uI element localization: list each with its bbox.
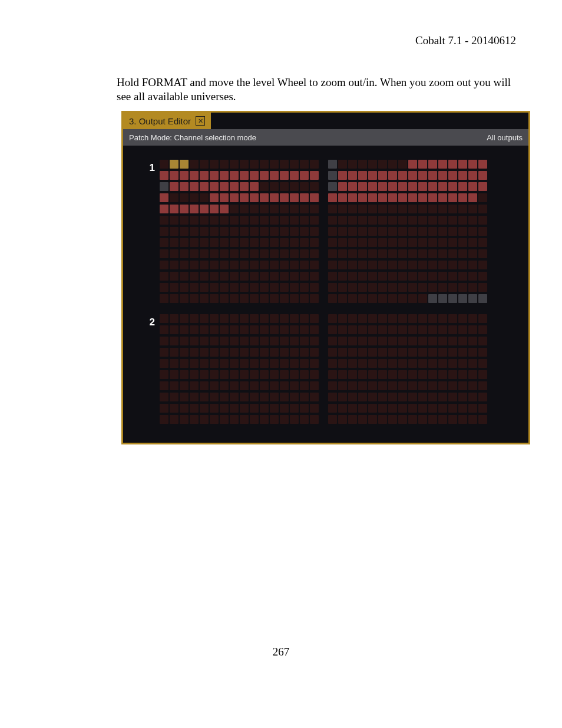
output-cell[interactable] [348,359,357,368]
output-cell[interactable] [240,238,249,247]
output-cell[interactable] [180,348,189,357]
output-cell[interactable] [170,216,178,225]
output-cell[interactable] [338,314,347,323]
output-cell[interactable] [378,171,387,180]
output-cell[interactable] [310,160,319,169]
output-cell[interactable] [260,160,269,169]
output-cell[interactable] [200,261,209,269]
output-cell[interactable] [200,393,209,401]
output-cell[interactable] [388,283,397,292]
output-cell[interactable] [230,238,239,247]
output-cell[interactable] [408,294,417,303]
output-cell[interactable] [280,227,289,236]
output-cell[interactable] [280,261,289,269]
output-cell[interactable] [170,314,178,323]
output-cell[interactable] [328,393,337,401]
output-cell[interactable] [438,182,447,191]
output-cell[interactable] [358,404,367,413]
output-cell[interactable] [408,370,417,379]
output-cell[interactable] [428,272,437,281]
output-cell[interactable] [300,393,309,401]
output-cell[interactable] [438,348,447,357]
output-cell[interactable] [230,337,239,345]
output-cell[interactable] [280,393,289,401]
output-cell[interactable] [210,370,219,379]
output-cell[interactable] [220,359,229,368]
output-cell[interactable] [180,337,189,345]
output-cell[interactable] [328,171,337,180]
output-cell[interactable] [398,314,407,323]
output-cell[interactable] [448,238,457,247]
output-cell[interactable] [160,381,168,390]
output-cell[interactable] [388,393,397,401]
universe-grid-1[interactable] [160,159,524,304]
output-cell[interactable] [190,294,199,303]
output-cell[interactable] [418,415,427,424]
output-cell[interactable] [220,160,229,169]
output-cell[interactable] [220,404,229,413]
output-cell[interactable] [328,370,337,379]
output-cell[interactable] [210,160,219,169]
output-cell[interactable] [468,160,477,169]
output-cell[interactable] [478,370,487,379]
output-cell[interactable] [210,171,219,180]
output-cell[interactable] [290,294,299,303]
output-cell[interactable] [200,193,209,202]
output-cell[interactable] [180,370,189,379]
output-cell[interactable] [210,238,219,247]
output-cell[interactable] [418,294,427,303]
output-cell[interactable] [210,283,219,292]
output-cell[interactable] [160,393,168,401]
output-cell[interactable] [240,193,249,202]
output-cell[interactable] [328,261,337,269]
output-cell[interactable] [230,348,239,357]
output-cell[interactable] [338,415,347,424]
output-cell[interactable] [160,415,168,424]
output-cell[interactable] [438,227,447,236]
output-cell[interactable] [230,249,239,258]
output-cell[interactable] [160,227,168,236]
output-cell[interactable] [230,227,239,236]
output-cell[interactable] [358,314,367,323]
output-cell[interactable] [260,216,269,225]
output-cell[interactable] [290,348,299,357]
output-cell[interactable] [160,193,168,202]
output-cell[interactable] [428,160,437,169]
output-cell[interactable] [260,182,269,191]
output-cell[interactable] [270,294,279,303]
output-cell[interactable] [240,337,249,345]
output-cell[interactable] [250,216,259,225]
output-cell[interactable] [300,249,309,258]
output-cell[interactable] [170,415,178,424]
output-cell[interactable] [290,381,299,390]
output-cell[interactable] [190,348,199,357]
output-cell[interactable] [260,205,269,213]
output-cell[interactable] [348,404,357,413]
output-cell[interactable] [280,238,289,247]
output-cell[interactable] [160,294,168,303]
output-cell[interactable] [260,415,269,424]
output-cell[interactable] [418,216,427,225]
output-cell[interactable] [270,348,279,357]
output-cell[interactable] [388,415,397,424]
output-cell[interactable] [368,182,377,191]
output-cell[interactable] [300,193,309,202]
output-cell[interactable] [458,272,467,281]
output-cell[interactable] [240,160,249,169]
output-cell[interactable] [338,171,347,180]
output-cell[interactable] [458,381,467,390]
output-cell[interactable] [310,216,319,225]
output-cell[interactable] [190,261,199,269]
output-cell[interactable] [310,182,319,191]
output-cell[interactable] [300,238,309,247]
output-cell[interactable] [398,171,407,180]
output-cell[interactable] [290,415,299,424]
output-cell[interactable] [418,314,427,323]
output-cell[interactable] [438,216,447,225]
output-cell[interactable] [388,404,397,413]
output-cell[interactable] [478,249,487,258]
output-cell[interactable] [280,193,289,202]
output-cell[interactable] [170,171,178,180]
output-cell[interactable] [260,227,269,236]
output-cell[interactable] [398,325,407,334]
